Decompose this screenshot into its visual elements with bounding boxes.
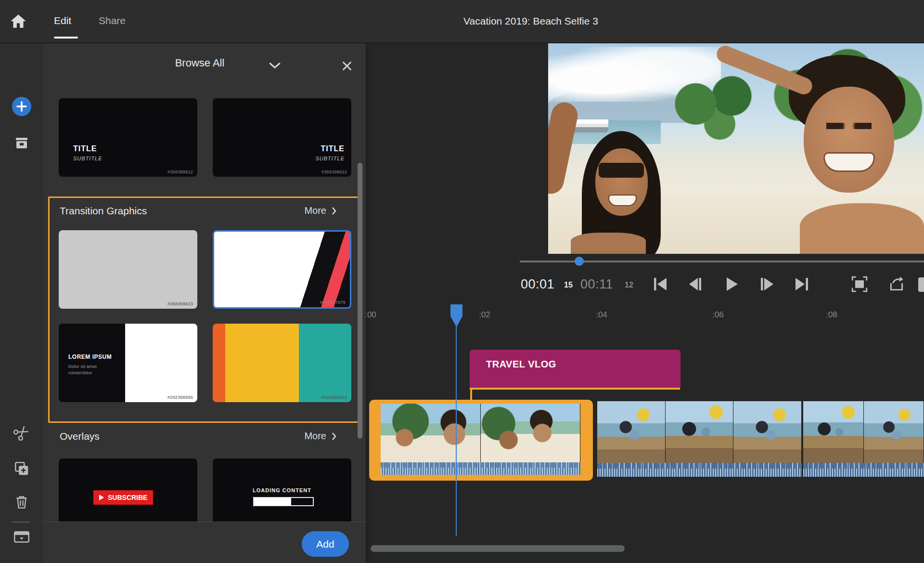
- clip-thumbnail-frame: [864, 401, 924, 463]
- current-timecode: 00:01: [521, 277, 554, 292]
- clip-thumbnail-frame: [803, 401, 864, 463]
- template-title-text: LOREM IPSUM: [68, 354, 112, 360]
- transition-template-card-selected[interactable]: #292367979: [213, 230, 351, 309]
- skip-to-start-button[interactable]: [651, 274, 670, 294]
- template-title-text: TITLE: [315, 144, 345, 153]
- app-window: 00:01 15 00:11 12 :00 :02 :04 :06 :08 TR…: [0, 0, 924, 563]
- project-media-button[interactable]: [12, 134, 31, 153]
- split-icon: [10, 420, 34, 445]
- loading-progress-fill: [254, 498, 291, 505]
- current-frames: 15: [564, 281, 573, 289]
- preview-scrubber-handle[interactable]: [575, 257, 584, 266]
- overlays-more-link[interactable]: More: [284, 431, 337, 442]
- delete-icon: [13, 494, 30, 511]
- clip-trim-handle-left[interactable]: [369, 400, 381, 481]
- skip-start-icon: [652, 275, 668, 294]
- duplicate-icon: [13, 460, 30, 477]
- loading-content-label: LOADING CONTENT: [213, 487, 351, 493]
- frame-back-icon: [687, 275, 703, 294]
- play-button[interactable]: [722, 274, 741, 294]
- subscribe-label: SUBSCRIBE: [108, 494, 147, 501]
- home-button[interactable]: [8, 11, 29, 32]
- transition-template-card[interactable]: #358399823: [59, 230, 197, 309]
- panel-bottom-bar: Add: [43, 522, 366, 563]
- clip-audio-waveform: [803, 463, 924, 477]
- clip-thumbnail-frame: [481, 404, 581, 462]
- frame-forward-button[interactable]: [757, 274, 777, 294]
- add-media-button[interactable]: [12, 97, 31, 116]
- ruler-label: :08: [826, 310, 837, 320]
- preview-woman-shoulder: [571, 233, 646, 254]
- template-id: #292367979: [320, 300, 346, 305]
- video-preview: [548, 42, 924, 254]
- preview-trees-mid: [654, 72, 774, 152]
- title-template-card[interactable]: TITLE SUBTITLE #358399812: [59, 98, 197, 177]
- clip-thumbnails: [381, 404, 580, 462]
- title-clip-selection-connector: [470, 388, 472, 401]
- duration-frames: 12: [625, 281, 633, 289]
- template-subtitle-text: SUBTITLE: [73, 156, 103, 161]
- clip-audio-waveform: [381, 462, 580, 475]
- title-tray-button[interactable]: [12, 528, 31, 547]
- playhead-icon[interactable]: [450, 304, 462, 327]
- ruler-label: :02: [479, 310, 490, 320]
- timeline-horizontal-scrollbar[interactable]: [371, 545, 625, 552]
- title-clip-label: TRAVEL VLOG: [486, 350, 556, 379]
- clipped-edge-button[interactable]: [918, 277, 924, 292]
- more-label: More: [304, 431, 326, 442]
- tab-share[interactable]: Share: [99, 0, 126, 41]
- playhead-line[interactable]: [456, 326, 457, 536]
- clip-thumbnails: [803, 401, 924, 463]
- share-out-button[interactable]: [887, 274, 906, 294]
- title-template-card[interactable]: TITLE SUBTITLE #358399822: [213, 98, 351, 177]
- titles-panel: Browse All TITLE SUBTITLE #358399812 TIT…: [43, 42, 366, 563]
- template-title-text: TITLE: [73, 144, 103, 153]
- timeline-title-clip[interactable]: TRAVEL VLOG: [470, 350, 680, 390]
- clip-trim-handle-right[interactable]: [580, 400, 593, 481]
- chevron-down-icon[interactable]: [269, 62, 281, 71]
- timeline-clip[interactable]: [803, 401, 924, 477]
- close-icon: [341, 60, 353, 72]
- close-panel-button[interactable]: [341, 60, 353, 74]
- template-id: #358399822: [321, 170, 347, 174]
- delete-clip-button[interactable]: [12, 493, 31, 512]
- transition-template-card[interactable]: LOREM IPSUM Dolor sit amet consectetur #…: [59, 324, 197, 402]
- title-tray-icon: [13, 530, 31, 545]
- home-icon: [9, 12, 27, 30]
- clip-thumbnail-frame: [381, 404, 481, 462]
- preview-man-smile: [823, 152, 875, 172]
- project-title: Vacation 2019: Beach Selfie 3: [463, 0, 598, 42]
- skip-to-end-button[interactable]: [792, 274, 811, 294]
- timeline-clip-selected[interactable]: [369, 400, 593, 481]
- subscribe-badge: SUBSCRIBE: [93, 490, 153, 505]
- template-id: #358399823: [167, 301, 193, 306]
- title-clip-selection-underline: [470, 388, 680, 390]
- share-out-icon: [887, 275, 906, 293]
- duration-timecode: 00:11: [580, 277, 613, 292]
- skip-end-icon: [794, 275, 810, 294]
- clip-thumbnail-frame: [733, 401, 802, 463]
- tab-edit[interactable]: Edit: [54, 0, 71, 41]
- clip-thumbnails: [597, 401, 802, 463]
- template-id: #358399812: [167, 170, 193, 174]
- loading-progress-bar: [253, 497, 314, 506]
- transition-template-card[interactable]: #224266013: [213, 324, 351, 402]
- fullscreen-button[interactable]: [850, 274, 869, 294]
- duplicate-clip-button[interactable]: [12, 459, 31, 478]
- more-label: More: [304, 205, 326, 216]
- timeline-clip[interactable]: [597, 401, 802, 477]
- template-id: #292366856: [167, 395, 193, 400]
- panel-category-dropdown-label[interactable]: Browse All: [159, 57, 241, 69]
- frame-back-button[interactable]: [685, 274, 705, 294]
- preview-woman-sunglasses: [599, 163, 644, 178]
- ruler-label: :04: [596, 310, 607, 320]
- split-clip-button[interactable]: [12, 423, 31, 442]
- play-icon: [99, 495, 104, 500]
- clip-thumbnail-frame: [666, 401, 734, 463]
- transition-more-link[interactable]: More: [284, 205, 337, 216]
- panel-scrollbar[interactable]: [358, 163, 362, 439]
- ruler-label: :06: [712, 310, 724, 320]
- toolbar-divider: [12, 522, 30, 523]
- tab-edit-underline: [54, 37, 78, 39]
- add-button[interactable]: Add: [302, 531, 349, 557]
